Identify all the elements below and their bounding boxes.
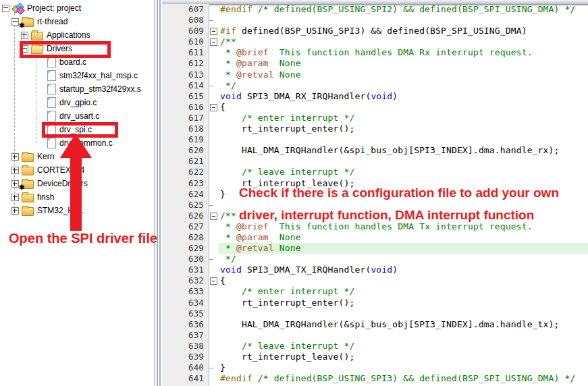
tree-item-cortex-m4[interactable]: CORTEX-M4 [11, 163, 84, 177]
code-text[interactable] [219, 134, 588, 145]
code-text[interactable] [219, 15, 588, 26]
code-text[interactable]: /* enter interrupt */ [219, 286, 588, 297]
line-number: 609 [162, 26, 209, 36]
line-number: 611 [162, 47, 209, 58]
line-number: 622 [162, 167, 209, 177]
annotation-box-drv-spi [42, 122, 118, 138]
folder-icon [22, 153, 34, 162]
fold-margin [209, 145, 219, 156]
tree-item-label: STM32_HAL [37, 206, 84, 215]
fold-margin [209, 254, 219, 265]
folder-special-icon [22, 18, 34, 27]
tree-item-stm32f4xx-hal-msp-c[interactable]: stm32f4xx_hal_msp.c [47, 69, 138, 82]
code-text[interactable]: #endif /* defined(BSP_USING_SPI2) && def… [219, 4, 588, 15]
tree-item-drv-usart-c[interactable]: drv_usart.c [47, 109, 99, 123]
fold-margin [209, 47, 219, 58]
line-number: 624 [162, 189, 209, 200]
code-text[interactable]: /** [219, 36, 588, 47]
line-number: 634 [162, 298, 209, 308]
code-text[interactable]: } [219, 362, 588, 373]
fold-margin [209, 178, 219, 189]
fold-margin [209, 70, 219, 80]
expand-plus-icon[interactable] [11, 167, 19, 174]
code-line: 620 HAL_DMA_IRQHandler(&spi_bus_obj[SPI3… [162, 145, 588, 156]
expand-plus-icon[interactable] [11, 153, 19, 161]
tree-item-label: finsh [37, 192, 54, 202]
expand-plus-icon[interactable] [11, 180, 19, 188]
folder-icon [31, 32, 43, 40]
fold-collapse-icon[interactable] [209, 211, 219, 221]
code-text[interactable]: * @param None [219, 58, 588, 69]
tree-item-startup-stm32f429xx-s[interactable]: startup_stm32f429xx.s [47, 82, 141, 96]
fold-margin [209, 319, 219, 330]
line-number: 607 [162, 4, 209, 15]
line-number: 610 [162, 36, 209, 47]
annotation-check-text-line2: driver, interrupt function, DMA interrup… [239, 208, 534, 223]
code-text[interactable]: */ [219, 254, 588, 265]
editor-border [154, 0, 162, 386]
code-text[interactable]: HAL_DMA_IRQHandler(&spi_bus_obj[SPI3_IND… [219, 319, 588, 330]
collapse-minus-icon[interactable] [11, 18, 19, 26]
fold-margin [209, 373, 219, 384]
fold-margin [209, 80, 219, 91]
code-text[interactable]: /* leave interrupt */ [219, 341, 588, 352]
code-line: 608 [162, 15, 588, 26]
code-line: 637 [162, 330, 588, 341]
fold-collapse-icon[interactable] [209, 26, 219, 36]
code-line: 634 rt_interrupt_enter(); [162, 298, 588, 308]
code-text[interactable]: { [219, 102, 588, 113]
ide-window: Project: projectrt-threadApplicationsDri… [0, 0, 588, 386]
code-text[interactable] [219, 308, 588, 319]
code-text[interactable]: HAL_DMA_IRQHandler(&spi_bus_obj[SPI3_IND… [219, 145, 588, 156]
tree-item-label: Project: project [27, 3, 81, 13]
code-text[interactable]: #endif /* defined(BSP_USING_SPI3) && def… [219, 373, 588, 384]
code-text[interactable]: * @brief This function handles DMA Tx in… [219, 221, 588, 232]
fold-margin [209, 189, 219, 200]
tree-item-devicedrivers[interactable]: DeviceDrivers [11, 177, 88, 190]
file-icon [47, 84, 56, 94]
expand-plus-icon[interactable] [21, 32, 28, 39]
line-number: 627 [162, 221, 209, 232]
tree-item-label: Applications [47, 30, 90, 40]
fold-margin [209, 58, 219, 69]
code-line: 635 [162, 308, 588, 319]
fold-collapse-icon[interactable] [209, 102, 219, 113]
expand-plus-icon[interactable] [11, 207, 19, 215]
fold-collapse-icon[interactable] [209, 36, 219, 47]
code-text[interactable]: /* enter interrupt */ [219, 113, 588, 123]
fold-collapse-icon[interactable] [209, 275, 219, 286]
tree-item-applications[interactable]: Applications [21, 28, 90, 42]
code-text[interactable]: * @param None [219, 232, 588, 243]
tree-item-stm32-hal[interactable]: STM32_HAL [11, 204, 84, 217]
tree-item-drv-gpio-c[interactable]: drv_gpio.c [47, 96, 97, 109]
tree-item-project-project[interactable]: Project: project [2, 1, 81, 15]
code-line: 628 * @param None [162, 232, 588, 243]
file-icon [47, 57, 56, 67]
code-text[interactable] [219, 156, 588, 167]
fold-margin [209, 243, 219, 254]
line-number: 625 [162, 200, 209, 211]
code-line: 622 /* leave interrupt */ [162, 167, 588, 177]
code-text[interactable] [219, 330, 588, 341]
code-text[interactable]: * @brief This function handles DMA Rx in… [219, 47, 588, 58]
code-text[interactable]: */ [219, 80, 588, 91]
file-icon [47, 97, 56, 108]
code-text[interactable]: * @retval None [219, 243, 588, 254]
tree-item-drv-common-c[interactable]: drv_common.c [47, 136, 113, 150]
code-line: 633 /* enter interrupt */ [162, 286, 588, 297]
code-text[interactable]: void SPI3_DMA_TX_IRQHandler(void) [219, 265, 588, 275]
code-text[interactable]: { [219, 275, 588, 286]
code-text[interactable]: rt_interrupt_enter(); [219, 123, 588, 134]
tree-item-rt-thread[interactable]: rt-thread [11, 15, 68, 28]
code-text[interactable]: rt_interrupt_leave(); [219, 352, 588, 362]
tree-item-finsh[interactable]: finsh [11, 190, 54, 204]
tree-item-kern[interactable]: Kern [11, 150, 54, 163]
code-text[interactable]: void SPI3_DMA_RX_IRQHandler(void) [219, 91, 588, 102]
code-text[interactable]: /* leave interrupt */ [219, 167, 588, 177]
code-text[interactable]: #if defined(BSP_USING_SPI3) && defined(B… [219, 26, 588, 36]
code-text[interactable]: rt_interrupt_enter(); [219, 298, 588, 308]
expand-plus-icon[interactable] [11, 194, 19, 201]
fold-margin [209, 123, 219, 134]
collapse-minus-icon[interactable] [2, 5, 9, 12]
code-text[interactable]: * @retval None [219, 70, 588, 80]
